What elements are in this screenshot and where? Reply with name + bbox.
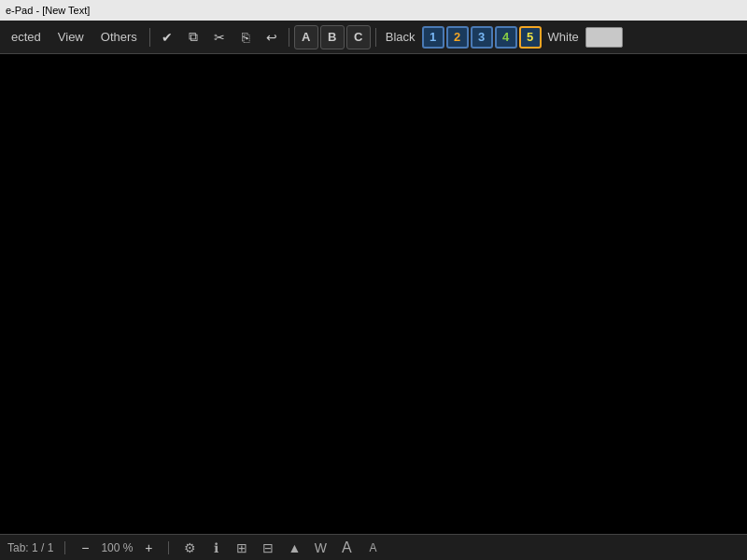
- cursor-icon[interactable]: ▲: [285, 540, 303, 555]
- check-icon[interactable]: ✔: [155, 25, 179, 49]
- title-bar: e-Pad - [New Text]: [0, 0, 747, 21]
- color-preview[interactable]: [585, 27, 623, 48]
- menu-item-selected[interactable]: ected: [4, 26, 49, 48]
- status-sep-2: [168, 541, 169, 554]
- black-label: Black: [381, 30, 420, 44]
- tab-info: Tab: 1 / 1: [7, 541, 53, 554]
- font-large-icon[interactable]: A: [337, 539, 356, 556]
- btn-b[interactable]: B: [320, 25, 345, 49]
- word-icon[interactable]: W: [311, 540, 330, 555]
- btn-c[interactable]: C: [346, 25, 371, 49]
- menu-item-view[interactable]: View: [50, 26, 92, 48]
- btn-a[interactable]: A: [294, 25, 318, 49]
- separator-1: [149, 28, 150, 47]
- undo-icon[interactable]: ↩: [260, 25, 284, 49]
- status-bar: Tab: 1 / 1 − 100 % + ⚙ ℹ ⊞ ⊟ ▲ W A A: [0, 534, 747, 560]
- separator-2: [289, 28, 289, 47]
- zoom-plus-btn[interactable]: +: [140, 540, 157, 555]
- num-btn-2[interactable]: 2: [446, 26, 469, 49]
- toolbar: ected View Others ✔ ⧉ ✂ ⎘ ↩ A B C Black …: [0, 21, 747, 54]
- info-icon[interactable]: ℹ: [206, 540, 225, 555]
- grid-icon[interactable]: ⊞: [233, 540, 251, 555]
- num-btn-4[interactable]: 4: [495, 26, 517, 49]
- font-small-icon[interactable]: A: [363, 541, 382, 554]
- paste-icon[interactable]: ⎘: [233, 25, 258, 49]
- zoom-level: 100 %: [101, 541, 133, 554]
- settings-icon[interactable]: ⚙: [180, 540, 199, 555]
- separator-3: [375, 28, 376, 47]
- menu-item-others[interactable]: Others: [93, 26, 145, 48]
- status-sep-1: [64, 541, 65, 554]
- num-btn-1[interactable]: 1: [422, 26, 444, 49]
- zoom-minus-btn[interactable]: −: [77, 540, 93, 555]
- table-icon[interactable]: ⊟: [259, 540, 277, 555]
- num-btn-3[interactable]: 3: [471, 26, 493, 49]
- copy2-icon[interactable]: ⧉: [181, 25, 205, 49]
- num-btn-5[interactable]: 5: [519, 26, 542, 49]
- cut-icon[interactable]: ✂: [207, 25, 232, 49]
- title-text: e-Pad - [New Text]: [6, 5, 90, 16]
- white-label: White: [543, 30, 584, 44]
- editor-area[interactable]: [0, 54, 747, 534]
